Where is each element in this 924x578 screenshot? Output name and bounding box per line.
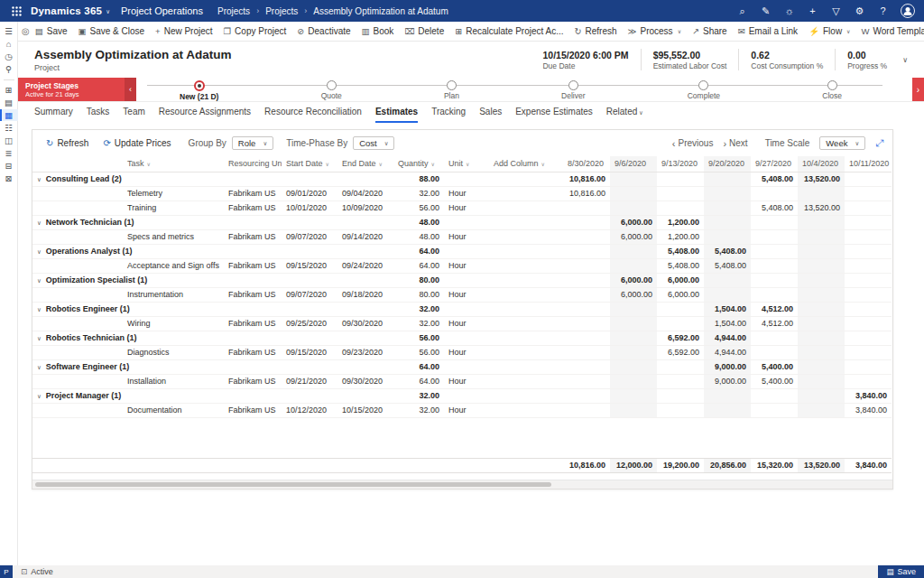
word-templates-button[interactable]: WWord Templates∨ [856, 24, 924, 38]
column-header-8-30-2020[interactable]: 8/30/2020 [563, 156, 610, 172]
deactivate-button[interactable]: ⊘Deactivate [291, 24, 356, 38]
delete-button[interactable]: ⌧Delete [399, 24, 449, 38]
column-header-quantity[interactable]: Quantity∨ [393, 156, 444, 172]
collapse-stages-button[interactable]: ‹ [125, 78, 136, 101]
group-row[interactable]: ∨Project Manager (1)32.003,840.00 [32, 388, 892, 403]
stage-quote[interactable]: Quote [321, 80, 342, 101]
save-button[interactable]: ▤Save [30, 24, 73, 38]
header-collapse-chevron-icon[interactable]: ∨ [902, 56, 908, 64]
app-name[interactable]: Project Operations [121, 5, 203, 16]
stage-new-21-d[interactable]: New (21 D) [180, 80, 218, 101]
book-button[interactable]: ▥Book [356, 24, 400, 38]
column-header-end-date[interactable]: End Date∨ [337, 156, 393, 172]
tab-expense-estimates[interactable]: Expense Estimates [515, 107, 593, 123]
chevron-down-icon[interactable]: ∨ [37, 219, 42, 226]
group-row[interactable]: ∨Robotics Technician (1)56.006,592.004,9… [32, 331, 892, 345]
tab-tracking[interactable]: Tracking [431, 107, 466, 123]
tab-estimates[interactable]: Estimates [375, 107, 418, 123]
sidebar-item-site-map-menu[interactable]: ☰ [0, 25, 18, 37]
chevron-down-icon[interactable]: ∨ [37, 248, 42, 255]
expand-grid-icon[interactable]: ⤢ [875, 137, 883, 149]
flow-button[interactable]: ⚡Flow∨ [803, 24, 855, 38]
task-row[interactable]: Specs and metricsFabrikam US09/07/202009… [32, 229, 892, 244]
scrollbar-thumb[interactable] [35, 482, 551, 487]
powerapps-icon[interactable]: P [0, 565, 13, 578]
settings-gear-icon[interactable]: ⚙ [854, 5, 865, 17]
tab-summary[interactable]: Summary [34, 107, 73, 123]
edit-icon[interactable]: ✎ [760, 5, 772, 17]
stage-complete[interactable]: Complete [688, 80, 720, 101]
column-header-9-6-2020[interactable]: 9/6/2020 [610, 156, 657, 172]
stage-deliver[interactable]: Deliver [561, 80, 585, 101]
sidebar-item-dashboards[interactable]: ⊞ [0, 84, 18, 96]
sidebar-item-pinned[interactable]: ⚲ [0, 63, 18, 75]
column-header-add-column[interactable]: Add Column∨ [489, 156, 563, 172]
user-avatar[interactable] [901, 4, 915, 18]
sidebar-item-projects[interactable]: ▤ [0, 97, 18, 108]
help-icon[interactable]: ? [877, 5, 889, 16]
save-status-button[interactable]: ▤ Save [878, 565, 924, 578]
tab-resource-assignments[interactable]: Resource Assignments [159, 107, 251, 123]
breadcrumb-item-assembly-optimization-at-adatum[interactable]: Assembly Optimization at Adatum [313, 6, 448, 16]
process-stages-ribbon[interactable]: Project Stages Active for 21 days [18, 78, 125, 101]
breadcrumb-item-projects[interactable]: Projects [217, 6, 250, 16]
next-button[interactable]: › Next [723, 138, 747, 149]
column-header-9-20-2020[interactable]: 9/20/2020 [704, 156, 751, 172]
refresh-button[interactable]: ↻Refresh [569, 24, 623, 38]
task-row[interactable]: TrainingFabrikam US10/01/202010/09/20205… [32, 200, 892, 215]
sidebar-item-home[interactable]: ⌂ [0, 38, 18, 50]
stage-plan[interactable]: Plan [444, 80, 459, 101]
group-row[interactable]: ∨Optimization Specialist (1)80.006,000.0… [32, 273, 892, 287]
sidebar-item-resources[interactable]: ☷ [0, 122, 18, 134]
share-button[interactable]: ↗Share [687, 24, 733, 38]
refresh-button[interactable]: ↻ Refresh [42, 136, 93, 150]
column-header-10-4-2020[interactable]: 10/4/2020 [798, 156, 845, 172]
horizontal-scrollbar[interactable] [32, 480, 892, 489]
sidebar-item-tasks[interactable]: ≣ [0, 147, 18, 159]
email-a-link-button[interactable]: ✉Email a Link [733, 24, 803, 38]
copy-project-button[interactable]: ❐Copy Project [218, 24, 292, 38]
brand-title[interactable]: Dynamics 365 [31, 5, 102, 16]
task-row[interactable]: TelemetryFabrikam US09/01/202009/04/2020… [32, 186, 892, 200]
group-row[interactable]: ∨Robotics Engineer (1)32.001,504.004,512… [32, 302, 892, 316]
tab-related[interactable]: Related ∨ [606, 107, 643, 123]
task-row[interactable]: DocumentationFabrikam US10/12/202010/15/… [32, 403, 892, 417]
chevron-down-icon[interactable]: ∨ [37, 176, 42, 182]
sidebar-item-estimates[interactable]: ▦ [0, 109, 18, 121]
waffle-menu-icon[interactable] [9, 4, 23, 18]
time-phase-by-select[interactable]: Cost ∨ [353, 136, 394, 150]
task-row[interactable]: DiagnosticsFabrikam US09/15/202009/23/20… [32, 345, 892, 359]
chevron-down-icon[interactable]: ∨ [37, 364, 42, 370]
chevron-down-icon[interactable]: ∨ [37, 277, 42, 284]
previous-button[interactable]: ‹ Previous [672, 138, 714, 149]
sidebar-item-invoices[interactable]: ⊠ [0, 172, 18, 184]
quick-create-icon[interactable]: + [807, 5, 818, 16]
column-header-resourcing-unit[interactable]: Resourcing Unit∨ [224, 156, 282, 172]
sidebar-item-recent[interactable]: ◷ [0, 51, 18, 62]
group-by-select[interactable]: Role ∨ [232, 136, 273, 150]
group-row[interactable]: ∨Software Engineer (1)64.009,000.005,400… [32, 359, 892, 374]
save-and-close-button[interactable]: ▣Save & Close [73, 24, 151, 38]
next-stage-button[interactable]: › [912, 78, 924, 101]
tab-resource-reconciliation[interactable]: Resource Reconciliation [264, 107, 362, 123]
tab-sales[interactable]: Sales [479, 107, 502, 123]
task-row[interactable]: InstrumentationFabrikam US09/07/202009/1… [32, 287, 892, 302]
tab-tasks[interactable]: Tasks [87, 107, 110, 123]
group-row[interactable]: ∨Consulting Lead (2)88.0010,816.005,408.… [32, 172, 892, 186]
filter-icon[interactable]: ▽ [830, 5, 842, 17]
process-button[interactable]: ≫Process∨ [623, 24, 687, 38]
chevron-down-icon[interactable]: ∨ [37, 393, 42, 399]
recalculate-project-button[interactable]: ⊞Recalculate Project Ac... [449, 24, 568, 38]
time-scale-select[interactable]: Week ∨ [819, 136, 865, 150]
stage-close[interactable]: Close [822, 80, 842, 101]
column-header-9-27-2020[interactable]: 9/27/2020 [751, 156, 798, 172]
column-header-task[interactable]: Task∨ [123, 156, 224, 172]
column-header-9-13-2020[interactable]: 9/13/2020 [657, 156, 704, 172]
group-row[interactable]: ∨Network Technician (1)48.006,000.001,20… [32, 215, 892, 229]
tab-team[interactable]: Team [123, 107, 144, 123]
new-project-button[interactable]: +New Project [150, 24, 217, 38]
update-prices-button[interactable]: ⟳ Update Prices [98, 136, 175, 150]
task-row[interactable]: InstallationFabrikam US09/21/202009/30/2… [32, 374, 892, 388]
sidebar-item-bookings[interactable]: ◫ [0, 135, 18, 146]
column-header-10-11-2020[interactable]: 10/11/2020 [845, 156, 892, 172]
